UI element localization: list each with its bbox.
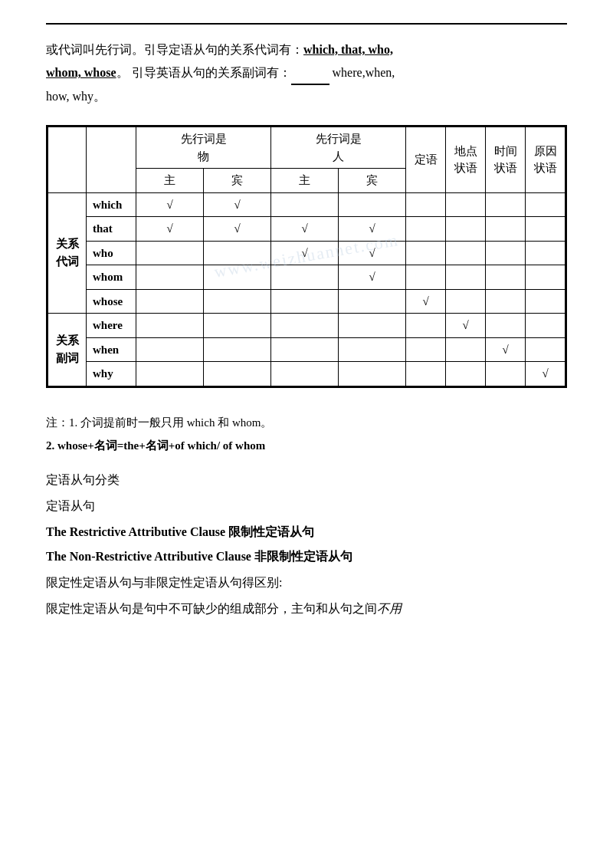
cell-yuanzhu (526, 192, 565, 217)
section-item: 限定性定语从句与非限定性定语从句得区别: (46, 570, 567, 595)
intro-paragraph: 或代词叫先行词。引导定语从句的关系代词有：which, that, who, w… (46, 38, 567, 108)
row-word: which (87, 192, 136, 217)
cell-shizhu (486, 362, 526, 386)
cell-dingyu (406, 362, 446, 386)
header-empty2 (87, 127, 136, 193)
row-word: whom (87, 265, 136, 290)
cell-renbin: √ (339, 217, 406, 242)
cell-dizhu (446, 241, 486, 265)
cell-dizhu (446, 265, 486, 290)
cell-renbin (339, 192, 406, 217)
notes-section: 注：1. 介词提前时一般只用 which 和 whom。 2. whose+名词… (46, 411, 567, 457)
intro-text-4: how, why。 (46, 90, 106, 103)
row-word: who (87, 241, 136, 265)
cell-dizhu (446, 337, 486, 362)
cell-dingyu (406, 314, 446, 338)
cell-wuzhu: √ (136, 217, 204, 242)
header-dingyu: 定语 (406, 127, 446, 193)
cell-shizhu (486, 192, 526, 217)
cell-shizhu: √ (486, 337, 526, 362)
grammar-table: 先行词是物 先行词是人 定语 地点状语 时间状语 原因状语 主 宾 主 宾 关系… (48, 127, 565, 386)
cell-dingyu (406, 337, 446, 362)
row-group-label: 关系副词 (48, 314, 87, 386)
cell-wubin (204, 265, 271, 290)
cell-dizhu (446, 362, 486, 386)
cell-dingyu (406, 265, 446, 290)
cell-wubin (204, 289, 271, 314)
cell-renzhu: √ (271, 217, 339, 242)
cell-dizhu (446, 192, 486, 217)
header-empty1 (48, 127, 87, 193)
cell-yuanzhu (526, 337, 565, 362)
row-word: that (87, 217, 136, 242)
subheader-ren-bin: 宾 (339, 169, 406, 193)
subheader-wu-zhu: 主 (136, 169, 204, 193)
cell-shizhu (486, 217, 526, 242)
cell-wubin (204, 314, 271, 338)
section-item: The Non-Restrictive Attributive Clause 非… (46, 544, 567, 569)
cell-wuzhu (136, 289, 204, 314)
cell-yuanzhu (526, 289, 565, 314)
cell-dingyu (406, 217, 446, 242)
cell-renzhu (271, 314, 339, 338)
cell-dizhu: √ (446, 314, 486, 338)
cell-dingyu (406, 192, 446, 217)
cell-shizhu (486, 241, 526, 265)
cell-renzhu (271, 362, 339, 386)
cell-renbin (339, 314, 406, 338)
cell-wubin (204, 241, 271, 265)
intro-underline-1: which, that, who, (303, 43, 393, 56)
header-shizhu: 时间状语 (486, 127, 526, 193)
cell-wuzhu: √ (136, 192, 204, 217)
cell-renbin (339, 337, 406, 362)
cell-renbin (339, 289, 406, 314)
subheader-wu-bin: 宾 (204, 169, 271, 193)
top-divider (46, 23, 567, 25)
cell-wuzhu (136, 362, 204, 386)
cell-wuzhu (136, 337, 204, 362)
grammar-table-wrap: www.weizhuannet.com 先行词是物 先行词是人 定语 地点状语 … (46, 125, 567, 388)
cell-dizhu (446, 289, 486, 314)
cell-renbin: √ (339, 265, 406, 290)
header-wu: 先行词是物 (136, 127, 271, 169)
cell-yuanzhu (526, 314, 565, 338)
cell-wuzhu (136, 314, 204, 338)
intro-text-3: where,when, (329, 66, 395, 79)
header-ren: 先行词是人 (271, 127, 406, 169)
row-group-label: 关系代词 (48, 192, 87, 314)
intro-text-2: 。 引导英语从句的关系副词有： (116, 66, 291, 79)
cell-wubin (204, 362, 271, 386)
cell-renzhu (271, 337, 339, 362)
blank-field (291, 84, 329, 85)
cell-shizhu (486, 314, 526, 338)
italic-text: 不用 (377, 602, 402, 615)
row-word: when (87, 337, 136, 362)
row-word: why (87, 362, 136, 386)
cell-renzhu (271, 289, 339, 314)
intro-underline-2: whom, whose (46, 66, 116, 79)
intro-text-1: 或代词叫先行词。引导定语从句的关系代词有： (46, 43, 303, 56)
cell-yuanzhu (526, 265, 565, 290)
section-item: 定语从句分类 (46, 468, 567, 492)
cell-dizhu (446, 217, 486, 242)
cell-renbin (339, 362, 406, 386)
cell-shizhu (486, 289, 526, 314)
subheader-ren-zhu: 主 (271, 169, 339, 193)
sections-container: 定语从句分类定语从句The Restrictive Attributive Cl… (46, 468, 567, 621)
cell-yuanzhu: √ (526, 362, 565, 386)
header-dizhu: 地点状语 (446, 127, 486, 193)
section-item: 限定性定语从句是句中不可缺少的组成部分，主句和从句之间不用 (46, 597, 567, 621)
section-item: 定语从句 (46, 494, 567, 518)
note-2: 2. whose+名词=the+名词+of which/ of whom (46, 434, 567, 457)
cell-renzhu (271, 192, 339, 217)
cell-renbin: √ (339, 241, 406, 265)
cell-renzhu (271, 265, 339, 290)
cell-wuzhu (136, 265, 204, 290)
header-yuanzhu: 原因状语 (526, 127, 565, 193)
cell-wuzhu (136, 241, 204, 265)
row-word: whose (87, 289, 136, 314)
cell-dingyu (406, 241, 446, 265)
cell-yuanzhu (526, 241, 565, 265)
cell-wubin: √ (204, 217, 271, 242)
section-item: The Restrictive Attributive Clause 限制性定语… (46, 520, 567, 544)
